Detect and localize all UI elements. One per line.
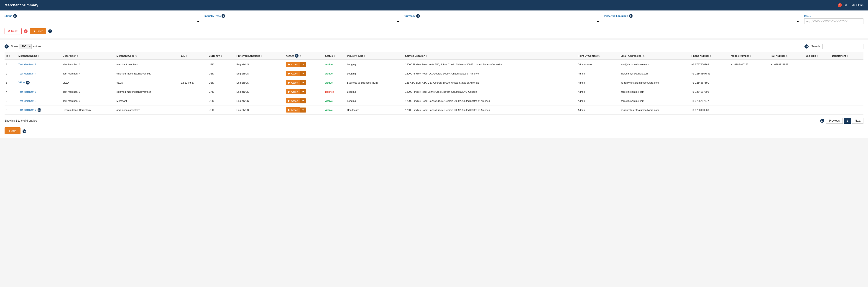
cell-status: Active bbox=[324, 78, 346, 87]
cell-service-location: 12000 Findley Road, Johns Creek, Georgia… bbox=[404, 106, 576, 115]
cell-id: 5 bbox=[5, 96, 17, 106]
action-dropdown-button[interactable]: ▼ bbox=[300, 80, 306, 85]
cell-merchant-name: Test Merchant 5 12 bbox=[17, 106, 61, 115]
cell-fax bbox=[769, 87, 804, 96]
merchant-name-link[interactable]: Test Merchant 1 bbox=[19, 63, 36, 66]
cell-mobile: +1 6787400263 bbox=[730, 60, 769, 69]
cell-status: Active bbox=[324, 96, 346, 106]
search-input[interactable] bbox=[823, 44, 863, 49]
table-row: 3 VELA 11 VELA VELA 12-1234567 USD Engli… bbox=[5, 78, 863, 87]
cell-email: no-reply-test@datumsoftware.com bbox=[619, 106, 690, 115]
cell-email: merchant@example.com bbox=[619, 69, 690, 78]
ein-input[interactable] bbox=[804, 19, 863, 24]
action-dropdown-button[interactable]: ▼ bbox=[300, 62, 306, 67]
next-button[interactable]: Next bbox=[852, 118, 863, 124]
hide-filters-button[interactable]: Hide Filters bbox=[849, 4, 863, 7]
cell-mobile bbox=[730, 87, 769, 96]
action-main-button[interactable]: ▶ Action bbox=[286, 62, 300, 67]
merchants-table: Id⇅ Merchant Name⇅ Description⇅ Merchant… bbox=[5, 52, 863, 115]
cell-currency: USD bbox=[208, 69, 235, 78]
industry-type-select[interactable] bbox=[205, 19, 400, 24]
cell-ein bbox=[180, 106, 208, 115]
cell-mobile bbox=[730, 78, 769, 87]
cell-service-location: 12000 Findley road, Johns Creek, British… bbox=[404, 87, 576, 96]
action-dropdown-button[interactable]: ▼ bbox=[300, 89, 306, 94]
industry-filter-group: Industry Type 3 bbox=[205, 14, 400, 24]
preferred-language-select[interactable] bbox=[604, 19, 800, 24]
cell-status: Active bbox=[324, 69, 346, 78]
col-id: Id⇅ bbox=[5, 52, 17, 60]
cell-merchant-code: clubmed-meetingsandeventsus bbox=[115, 69, 180, 78]
col-mobile: Mobile Number⇅ bbox=[730, 52, 769, 60]
cell-merchant-name: Test Merchant 1 bbox=[17, 60, 61, 69]
cell-action: ▶ Action ▼ bbox=[285, 78, 324, 87]
cell-department bbox=[831, 87, 863, 96]
status-select[interactable] bbox=[5, 19, 200, 24]
cell-mobile bbox=[730, 69, 769, 78]
cell-service-location: 12000 Findley Road, JC, Georgia 30097, U… bbox=[404, 69, 576, 78]
action-dropdown-button[interactable]: ▼ bbox=[300, 108, 306, 113]
page-1-button[interactable]: 1 bbox=[844, 118, 851, 124]
entries-select[interactable]: 200 50 100 bbox=[19, 44, 32, 49]
col-job-title: Job Title⇅ bbox=[804, 52, 831, 60]
col-email: Email Address(es)⇅ bbox=[619, 52, 690, 60]
action-dropdown-button[interactable]: ▼ bbox=[300, 71, 306, 76]
action-main-button[interactable]: ▶ Action bbox=[286, 98, 300, 104]
action-main-button[interactable]: ▶ Action bbox=[286, 71, 300, 76]
row-badge: 11 bbox=[26, 81, 30, 85]
merchant-name-link[interactable]: Test Merchant 3 bbox=[19, 90, 36, 93]
reset-button[interactable]: ↺ Reset bbox=[5, 28, 22, 34]
filter-button[interactable]: ▼ Filter bbox=[30, 28, 46, 34]
cell-phone: +1 6787400263 bbox=[690, 60, 730, 69]
filter-icon: ▼ bbox=[33, 30, 36, 33]
cell-industry-type: Business to Business (B2B) bbox=[346, 78, 404, 87]
cell-merchant-name: Test Merchant 3 bbox=[17, 87, 61, 96]
cell-phone: +1 1234567891 bbox=[690, 78, 730, 87]
cell-department bbox=[831, 96, 863, 106]
cell-department bbox=[831, 60, 863, 69]
prev-button[interactable]: Previous bbox=[826, 118, 843, 124]
cell-industry-type: Lodging bbox=[346, 96, 404, 106]
prev-badge: 13 bbox=[820, 119, 824, 123]
cell-description: Test Merchant 2 bbox=[61, 96, 115, 106]
cell-phone: +1 6788400263 bbox=[690, 106, 730, 115]
cell-currency: USD bbox=[208, 96, 235, 106]
merchant-name-link[interactable]: Test Merchant 2 bbox=[19, 99, 36, 102]
table-section: 8 Show 200 50 100 entries 10 Search: Id⇅… bbox=[0, 40, 868, 138]
add-button[interactable]: + Add bbox=[5, 127, 21, 134]
merchant-name-link[interactable]: VELA bbox=[19, 81, 25, 84]
filters-section: Status 2 Industry Type 3 Currency 4 bbox=[0, 10, 868, 38]
play-icon: ▶ bbox=[288, 63, 290, 66]
cell-currency: USD bbox=[208, 106, 235, 115]
cell-point-of-contact: Admin bbox=[576, 87, 619, 96]
cell-email: no-reply-test@datumsoftware.com bbox=[619, 78, 690, 87]
merchant-name-link[interactable]: Test Merchant 5 bbox=[19, 108, 36, 111]
cell-point-of-contact: Admin bbox=[576, 106, 619, 115]
header-right: 1 🖥 Hide Filters bbox=[838, 3, 863, 7]
cell-service-location: 12000 Findley Road, Johns Creek, Georgia… bbox=[404, 96, 576, 106]
action-main-button[interactable]: ▶ Action bbox=[286, 80, 300, 85]
action-dropdown-button[interactable]: ▼ bbox=[300, 98, 306, 104]
currency-select[interactable] bbox=[404, 19, 600, 24]
col-department: Department⇅ bbox=[831, 52, 863, 60]
ein-filter-group: EIN(s) bbox=[804, 15, 863, 24]
merchant-name-link[interactable]: Test Merchant 4 bbox=[19, 72, 36, 75]
cell-service-location: 123 ABC Blvd, ABC City, Georgia 30000, U… bbox=[404, 78, 576, 87]
cell-description: Test Merchant 3 bbox=[61, 87, 115, 96]
action-main-button[interactable]: ▶ Action bbox=[286, 89, 300, 94]
eye-icon: 🖥 bbox=[844, 3, 847, 7]
add-badge: 14 bbox=[23, 130, 26, 133]
cell-id: 3 bbox=[5, 78, 17, 87]
pagination-buttons: 13 Previous 1 Next bbox=[820, 118, 863, 124]
cell-id: 2 bbox=[5, 69, 17, 78]
cell-department bbox=[831, 106, 863, 115]
currency-filter-group: Currency 4 bbox=[404, 14, 600, 24]
cell-department bbox=[831, 69, 863, 78]
cell-currency: USD bbox=[208, 78, 235, 87]
show-badge: 8 bbox=[5, 45, 9, 49]
show-entries-group: 8 Show 200 50 100 entries bbox=[5, 44, 41, 49]
cell-merchant-code: gaclinicpc-cardiology bbox=[115, 106, 180, 115]
cell-job-title bbox=[804, 69, 831, 78]
col-merchant-code: Merchant Code⇅ bbox=[115, 52, 180, 60]
action-main-button[interactable]: ▶ Action bbox=[286, 107, 300, 113]
